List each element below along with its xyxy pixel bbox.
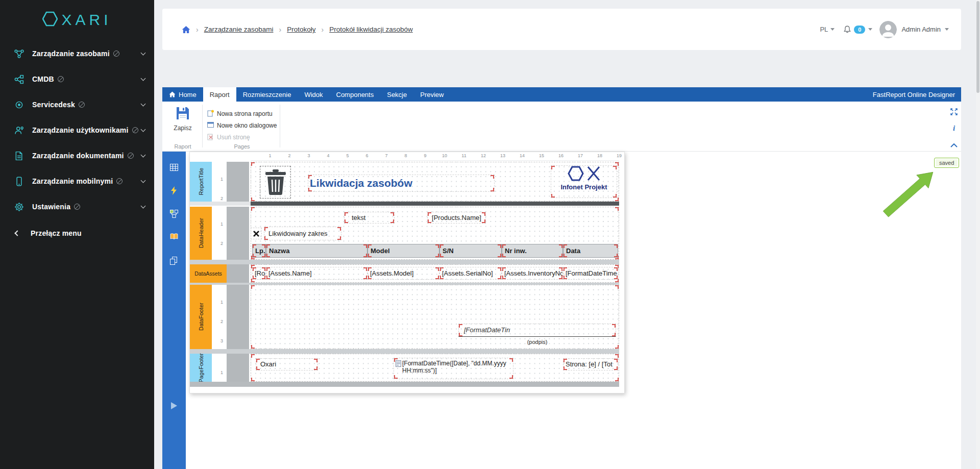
save-button[interactable]: Zapisz bbox=[169, 106, 196, 132]
chevron-down-icon[interactable] bbox=[830, 28, 835, 31]
sidebar-item-zarzadzanie-dokumentami[interactable]: Zarządzanie dokumentami bbox=[0, 143, 154, 168]
fullscreen-icon[interactable] bbox=[948, 108, 960, 118]
data-cell[interactable]: [Assets.InventoryNo bbox=[502, 267, 563, 280]
play-icon[interactable] bbox=[170, 402, 178, 410]
info-icon[interactable]: i bbox=[948, 124, 960, 133]
breadcrumb-current[interactable]: Protokół likwidacji zasobów bbox=[329, 26, 413, 33]
table-header-cell[interactable]: Lp. bbox=[252, 244, 266, 258]
footer-datetime-field[interactable]: [FormatDateTime([Date], "dd.MM.yyyy HH:m… bbox=[394, 358, 513, 379]
table-header-cell[interactable]: S/N bbox=[439, 244, 502, 258]
report-designer: Home Raport Rozmieszczenie Widok Compone… bbox=[162, 87, 961, 469]
group-separator bbox=[280, 105, 280, 147]
table-header-cell[interactable]: Data bbox=[563, 244, 618, 258]
signature-caption[interactable]: (podpis) bbox=[458, 339, 616, 345]
tab-widok[interactable]: Widok bbox=[298, 87, 329, 102]
products-name-field[interactable]: [Products.Name] bbox=[427, 212, 486, 224]
ruler-tick: 5 bbox=[338, 153, 357, 160]
copy-tool-icon[interactable] bbox=[170, 257, 177, 265]
sidebar-item-zarzadzanie-mobilnymi[interactable]: Zarządzanie mobilnymi bbox=[0, 168, 154, 194]
tab-raport[interactable]: Raport bbox=[203, 87, 236, 102]
breadcrumb-link-zasoby[interactable]: Zarządzanie zasobami bbox=[204, 26, 274, 33]
home-icon bbox=[169, 91, 176, 97]
x-image-object[interactable] bbox=[251, 228, 262, 239]
band-handle-datafooter[interactable] bbox=[227, 285, 249, 349]
data-cell[interactable]: [Assets.Model] bbox=[368, 267, 439, 280]
delete-page-icon bbox=[207, 133, 214, 142]
data-cell[interactable]: [Assets.Name] bbox=[266, 267, 368, 280]
tab-rozmieszczenie[interactable]: Rozmieszczenie bbox=[236, 87, 298, 102]
tab-components[interactable]: Components bbox=[330, 87, 381, 102]
band-ruler-pagefooter: 1 bbox=[212, 354, 227, 382]
logo-hexagon-icon bbox=[42, 11, 58, 29]
signature-date-field[interactable]: [FormatDateTin bbox=[458, 324, 616, 337]
band-ruler-reporttitle: 1 2 bbox=[212, 162, 227, 202]
tab-home[interactable]: Home bbox=[162, 87, 203, 102]
table-header-cell[interactable]: Nr inw. bbox=[502, 244, 563, 258]
likwidowany-zakres-field[interactable]: Likwidowany zakres bbox=[264, 227, 341, 240]
band-label-dataassets[interactable]: DataAssets bbox=[190, 264, 227, 283]
breadcrumb-separator: › bbox=[279, 26, 282, 34]
table-header-cell[interactable]: Nazwa bbox=[266, 244, 368, 258]
data-cell[interactable]: [Ro bbox=[252, 267, 266, 280]
band-handle-pagefooter[interactable] bbox=[227, 354, 249, 382]
notification-count-badge[interactable]: 0 bbox=[854, 26, 865, 34]
band-handle-reporttitle[interactable] bbox=[227, 162, 249, 202]
new-dialog-button[interactable]: Nowe okno dialogowe bbox=[207, 120, 277, 131]
network-icon bbox=[13, 48, 24, 59]
band-handle-dataheader[interactable] bbox=[227, 207, 249, 260]
home-icon[interactable] bbox=[182, 26, 190, 34]
company-logo-object[interactable]: Infonet Projekt bbox=[551, 165, 617, 198]
page-scrollbar[interactable] bbox=[976, 0, 980, 469]
trash-image-object[interactable] bbox=[260, 166, 291, 199]
sidebar-item-zarzadzanie-uzytkownikami[interactable]: Zarządzanie użytkownikami bbox=[0, 117, 154, 143]
tab-preview[interactable]: Preview bbox=[413, 87, 450, 102]
book-tool-icon[interactable] bbox=[170, 233, 178, 240]
lightning-tool-icon[interactable] bbox=[171, 186, 177, 195]
sidebar-item-cmdb[interactable]: CMDB bbox=[0, 66, 154, 92]
footer-left-field[interactable]: Oxari bbox=[256, 358, 318, 371]
sidebar-toggle-menu[interactable]: Przełącz menu bbox=[0, 220, 154, 246]
action-label: Usuń stronę bbox=[217, 134, 250, 141]
band-divider[interactable] bbox=[251, 202, 619, 206]
sidebar-item-label: Zarządzanie użytkownikami bbox=[32, 126, 129, 134]
new-report-page-button[interactable]: Nowa strona raportu bbox=[207, 109, 273, 119]
band-label-dataheader[interactable]: DataHeader bbox=[190, 207, 212, 260]
sidebar-item-zarzadzanie-zasobami[interactable]: Zarządzanie zasobami bbox=[0, 41, 154, 66]
table-header-cell[interactable]: Model bbox=[368, 244, 439, 258]
delete-page-button[interactable]: Usuń stronę bbox=[207, 132, 250, 142]
collapse-ribbon-icon[interactable] bbox=[948, 140, 960, 150]
sidebar-item-label: Zarządzanie mobilnymi bbox=[32, 177, 113, 185]
trash-icon bbox=[264, 169, 287, 195]
avatar[interactable] bbox=[879, 21, 897, 38]
report-title-field[interactable]: Likwidacja zasobów bbox=[308, 175, 495, 192]
ruler-tick: 3 bbox=[299, 153, 318, 160]
breadcrumb-link-protokoly[interactable]: Protokoły bbox=[287, 26, 315, 33]
ruler-tick: 11 bbox=[454, 153, 474, 160]
band-handle-dataassets[interactable] bbox=[227, 264, 249, 283]
footer-datetime-line1: [FormatDateTime([Date], "dd.MM.yyyy bbox=[402, 360, 512, 367]
tekst-field[interactable]: tekst bbox=[344, 212, 395, 224]
user-name[interactable]: Admin Admin bbox=[901, 26, 941, 33]
chevron-down-icon[interactable] bbox=[868, 28, 872, 31]
hierarchy-tool-icon[interactable] bbox=[170, 210, 178, 218]
chevron-down-icon[interactable] bbox=[945, 28, 949, 31]
tab-sekcje[interactable]: Sekcje bbox=[380, 87, 413, 102]
breadcrumb-separator: › bbox=[196, 26, 199, 34]
data-cell[interactable]: [Assets.SerialNo] bbox=[439, 267, 502, 280]
ruler-tick: 15 bbox=[532, 153, 551, 160]
bell-icon[interactable] bbox=[843, 25, 852, 34]
scrollbar-thumb[interactable] bbox=[976, 1, 979, 93]
band-label-datafooter[interactable]: DataFooter bbox=[190, 285, 212, 349]
sidebar-item-servicedesk[interactable]: Servicedesk bbox=[0, 92, 154, 117]
footer-page-number-field[interactable]: Strona: [e] / [Tot bbox=[563, 358, 618, 371]
designer-left-toolbar bbox=[162, 152, 186, 469]
band-label-pagefooter[interactable]: PageFooter bbox=[190, 354, 212, 382]
band-divider[interactable] bbox=[190, 349, 619, 354]
data-cell[interactable]: [FormatDateTime bbox=[563, 267, 618, 280]
sidebar-item-ustawienia[interactable]: Ustawienia bbox=[0, 194, 154, 219]
ruler-tick: 14 bbox=[512, 153, 532, 160]
band-divider[interactable] bbox=[190, 260, 619, 264]
table-tool-icon[interactable] bbox=[170, 164, 178, 171]
language-selector[interactable]: PL bbox=[820, 26, 828, 33]
band-label-reporttitle[interactable]: ReportTitle bbox=[190, 162, 212, 202]
